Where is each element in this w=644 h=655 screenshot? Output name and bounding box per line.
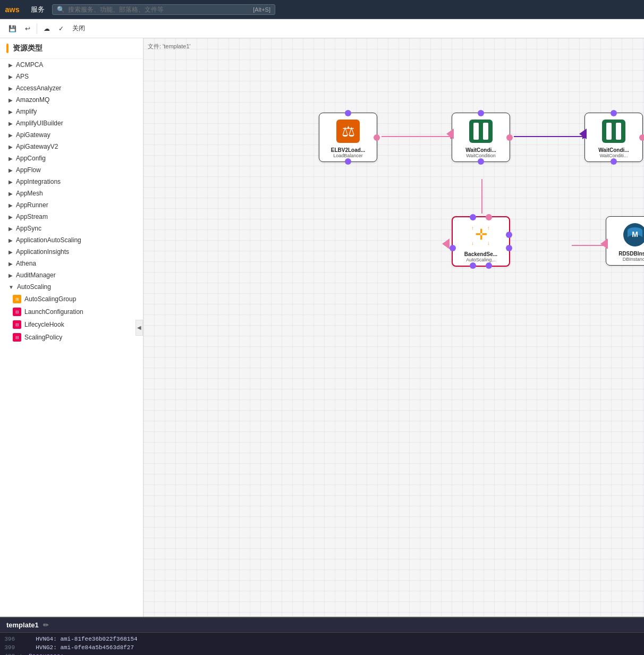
search-bar[interactable]: 🔍 [Alt+S] bbox=[52, 4, 275, 15]
line-content: Resources: bbox=[27, 652, 64, 655]
node-wait2[interactable]: WaitCondi... WaitConditi... bbox=[584, 113, 643, 162]
main-layout: 资源类型 ▶ ACMPCA ▶ APS ▶ AccessAnalyzer ▶ A… bbox=[0, 38, 644, 617]
svg-text:aws: aws bbox=[5, 5, 19, 14]
toolbar: 💾 ↩ ☁ ✓ 关闭 bbox=[0, 19, 644, 38]
save-button[interactable]: 💾 bbox=[6, 24, 19, 33]
sidebar-item-AmplifyUIBuilder[interactable]: ▶ AmplifyUIBuilder bbox=[0, 117, 143, 129]
svg-text:✛: ✛ bbox=[475, 226, 487, 243]
dot-bl bbox=[470, 262, 476, 269]
arrow-icon: ▶ bbox=[9, 62, 13, 68]
node-elb[interactable]: ⚖ ELBV2Load... LoadBalancer bbox=[319, 113, 377, 162]
sidebar-item-AppFlow[interactable]: ▶ AppFlow bbox=[0, 164, 143, 176]
collapse-icon: ▼ bbox=[9, 284, 14, 290]
sidebar-sub-LifecycleHook[interactable]: ⊟ LifecycleHook bbox=[0, 318, 143, 331]
sidebar-item-ACMPCA[interactable]: ▶ ACMPCA bbox=[0, 59, 143, 71]
arrow-icon: ▶ bbox=[9, 202, 13, 208]
bottom-section: template1 ✏ 396 HVNG4: ami-81fee36b022f3… bbox=[0, 617, 644, 655]
svg-rect-12 bbox=[473, 123, 479, 140]
code-editor[interactable]: 396 HVNG4: ami-81fee36b022f368154399 HVN… bbox=[0, 633, 644, 655]
sidebar-item-AmazonMQ[interactable]: ▶ AmazonMQ bbox=[0, 94, 143, 106]
search-input[interactable] bbox=[68, 6, 250, 13]
sidebar-item-AppSync[interactable]: ▶ AppSync bbox=[0, 223, 143, 234]
canvas-area[interactable]: 文件: 'template1' ⚖ bbox=[143, 38, 644, 617]
scaling-policy-icon: ⊟ bbox=[13, 333, 21, 342]
sidebar-item-ApiGatewayV2[interactable]: ▶ ApiGatewayV2 bbox=[0, 141, 143, 152]
node-wait2-type: WaitConditi... bbox=[588, 153, 639, 158]
svg-text:M: M bbox=[632, 230, 638, 239]
services-menu[interactable]: 服务 bbox=[28, 5, 48, 14]
arrow-icon: ▶ bbox=[9, 74, 13, 80]
sidebar-item-AutoScaling[interactable]: ▼ AutoScaling bbox=[0, 281, 143, 293]
svg-text:↑: ↑ bbox=[471, 225, 474, 231]
undo-icon: ↩ bbox=[25, 25, 30, 32]
sidebar-item-AppStream[interactable]: ▶ AppStream bbox=[0, 211, 143, 223]
top-navigation: aws 服务 🔍 [Alt+S] bbox=[0, 0, 644, 19]
dot-lb bbox=[450, 245, 456, 251]
sidebar-item-ApplicationInsights[interactable]: ▶ ApplicationInsights bbox=[0, 246, 143, 258]
toolbar-separator bbox=[37, 23, 37, 34]
arrow-icon: ▶ bbox=[9, 249, 13, 255]
line-content: HVNG2: ami-0fe84a5b4563d8f27 bbox=[27, 643, 134, 652]
undo-button[interactable]: ↩ bbox=[23, 24, 32, 33]
svg-rect-16 bbox=[616, 123, 621, 140]
code-line: 400+Resources: bbox=[0, 652, 644, 655]
dot-bottom bbox=[611, 158, 617, 165]
svg-rect-11 bbox=[469, 120, 493, 143]
arrow-icon: ▶ bbox=[9, 179, 13, 185]
dot-bottom bbox=[478, 158, 484, 165]
node-wait1-type: WaitCondition bbox=[455, 153, 506, 158]
arrow-icon: ▶ bbox=[9, 144, 13, 150]
arrow-icon: ▶ bbox=[9, 109, 13, 115]
dot-top bbox=[478, 110, 484, 116]
edit-icon[interactable]: ✏ bbox=[43, 621, 49, 629]
dot-right bbox=[374, 134, 380, 141]
sidebar-sub-ScalingPolicy[interactable]: ⊟ ScalingPolicy bbox=[0, 331, 143, 344]
node-wait1[interactable]: WaitCondi... WaitCondition bbox=[452, 113, 510, 162]
sidebar-item-ApiGateway[interactable]: ▶ ApiGateway bbox=[0, 129, 143, 141]
node-rds[interactable]: M RDSDBInst... DBInstance bbox=[606, 216, 644, 266]
dot-right bbox=[506, 134, 513, 141]
arrow-icon: ▶ bbox=[9, 273, 13, 278]
sidebar-item-AuditManager[interactable]: ▶ AuditManager bbox=[0, 269, 143, 281]
sidebar-item-ApplicationAutoScaling[interactable]: ▶ ApplicationAutoScaling bbox=[0, 234, 143, 246]
arrow-icon: ▶ bbox=[9, 214, 13, 220]
backend-icon: ✛ ↑ ↑ ↓ ↓ bbox=[467, 222, 495, 249]
line-number: 400 bbox=[0, 652, 19, 655]
sidebar-sub-LaunchConfiguration[interactable]: ⊟ LaunchConfiguration bbox=[0, 305, 143, 318]
upload-button[interactable]: ☁ bbox=[41, 24, 52, 33]
validate-button[interactable]: ✓ bbox=[56, 24, 66, 33]
arrow-icon: ▶ bbox=[9, 226, 13, 232]
svg-rect-14 bbox=[602, 120, 625, 143]
svg-text:⚖: ⚖ bbox=[342, 123, 355, 140]
arrow-icon: ▶ bbox=[9, 191, 13, 197]
node-elb-title: ELBV2Load... bbox=[323, 147, 374, 153]
dot-top bbox=[611, 110, 617, 116]
sidebar-collapse-button[interactable]: ◀ bbox=[135, 320, 143, 336]
sidebar-item-AccessAnalyzer[interactable]: ▶ AccessAnalyzer bbox=[0, 82, 143, 94]
arrow-icon: ▶ bbox=[9, 97, 13, 103]
dot-top bbox=[345, 110, 351, 116]
sidebar-item-Athena[interactable]: ▶ Athena bbox=[0, 258, 143, 269]
sidebar-item-AppRunner[interactable]: ▶ AppRunner bbox=[0, 199, 143, 211]
sidebar-item-APS[interactable]: ▶ APS bbox=[0, 71, 143, 82]
line-number: 399 bbox=[0, 643, 19, 652]
close-button[interactable]: 关闭 bbox=[70, 23, 87, 34]
sidebar-item-AppConfig[interactable]: ▶ AppConfig bbox=[0, 152, 143, 164]
dot-rb bbox=[506, 245, 512, 251]
line-sign bbox=[19, 643, 27, 652]
sidebar-item-AppMesh[interactable]: ▶ AppMesh bbox=[0, 188, 143, 199]
sidebar-accent bbox=[6, 44, 9, 53]
lifecycle-hook-icon: ⊟ bbox=[13, 320, 21, 329]
node-elb-type: LoadBalancer bbox=[323, 153, 374, 158]
close-label: 关闭 bbox=[72, 24, 85, 33]
line-content: HVNG4: ami-81fee36b022f368154 bbox=[27, 635, 138, 643]
editor-title: template1 bbox=[6, 621, 39, 629]
sidebar-item-Amplify[interactable]: ▶ Amplify bbox=[0, 106, 143, 117]
elb-icon: ⚖ bbox=[334, 117, 362, 145]
sidebar-sub-AutoScalingGroup[interactable]: ⊞ AutoScalingGroup bbox=[0, 293, 143, 305]
aws-logo: aws bbox=[4, 4, 23, 15]
node-backend[interactable]: ✛ ↑ ↑ ↓ ↓ BackendSe... AutoScaling... bbox=[452, 216, 510, 267]
svg-text:↓: ↓ bbox=[487, 240, 490, 246]
sidebar-item-AppIntegrations[interactable]: ▶ AppIntegrations bbox=[0, 176, 143, 188]
dot-tr bbox=[486, 214, 492, 220]
